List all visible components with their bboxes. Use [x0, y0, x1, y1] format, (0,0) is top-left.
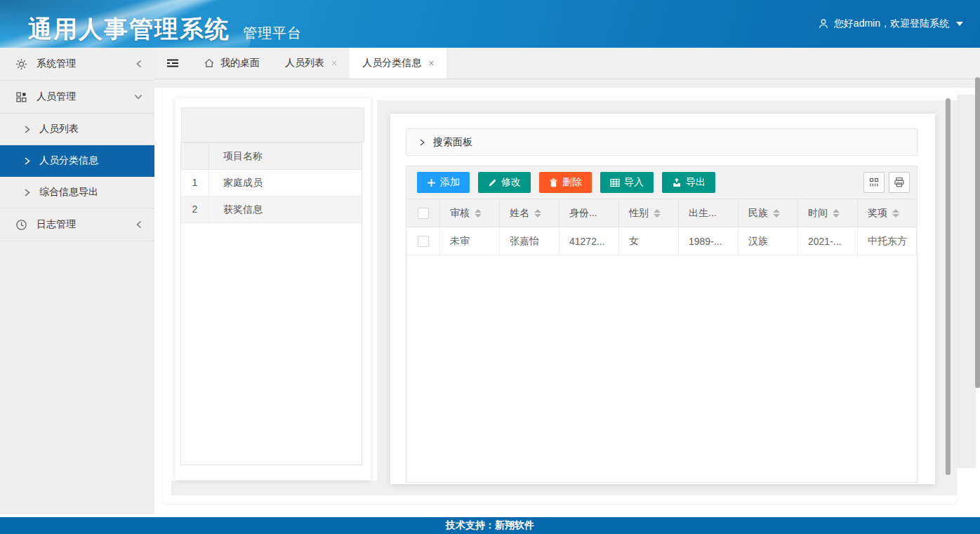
app-subtitle: 管理平台 — [243, 25, 302, 41]
column-header-award[interactable]: 奖项 — [858, 199, 917, 227]
row-checkbox[interactable] — [418, 236, 429, 247]
search-panel-toggle[interactable]: 搜索面板 — [406, 128, 918, 156]
data-table: 添加 修改 删除 — [406, 166, 918, 483]
delete-button-label: 删除 — [562, 176, 582, 189]
column-header-gender[interactable]: 性别 — [619, 199, 679, 227]
column-header-time[interactable]: 时间 — [798, 199, 858, 227]
tree-header-index-cell — [181, 143, 209, 169]
tab-my-desktop[interactable]: 我的桌面 — [191, 48, 272, 79]
sidebar-item-comprehensive-info-export[interactable]: 综合信息导出 — [0, 177, 154, 208]
sidebar-collapse-toggle[interactable] — [154, 48, 191, 79]
category-tree-card: 项目名称 1 家庭成员 2 获奖信息 — [176, 98, 371, 480]
column-header-id[interactable]: 身份... — [559, 199, 619, 227]
arrow-right-icon — [23, 188, 31, 197]
column-header-audit[interactable]: 审核 — [440, 199, 500, 227]
tabbar-lower-strip — [154, 79, 980, 88]
gear-icon — [15, 58, 27, 70]
table-header-row: 审核 姓名 身份... 性别 出生... 民族 时间 奖项 — [406, 199, 917, 227]
plus-icon — [427, 178, 436, 187]
edit-button[interactable]: 修改 — [478, 172, 531, 193]
user-menu[interactable]: 您好admin，欢迎登陆系统 — [818, 0, 963, 48]
cell-gender: 女 — [619, 227, 679, 255]
tree-header-name-cell: 项目名称 — [209, 143, 362, 169]
delete-button[interactable]: 删除 — [539, 172, 592, 193]
sort-icon — [833, 209, 840, 218]
close-icon[interactable]: × — [428, 58, 434, 68]
app-window: 通用人事管理系统 管理平台 您好admin，欢迎登陆系统 系统管理 人员管 — [0, 0, 980, 534]
cell-time: 2021-... — [798, 227, 858, 255]
add-button[interactable]: 添加 — [417, 172, 470, 193]
sidebar-subitem-label: 人员分类信息 — [39, 154, 98, 167]
column-label: 审核 — [450, 207, 470, 220]
chevron-down-icon — [133, 93, 143, 101]
chevron-left-icon — [135, 59, 143, 69]
cell-award: 中托东方 — [858, 227, 917, 255]
page-scrollbar-thumb[interactable] — [975, 77, 980, 388]
import-button[interactable]: 导入 — [600, 172, 654, 193]
tab-label: 人员分类信息 — [362, 57, 421, 69]
sidebar-item-label: 系统管理 — [37, 58, 126, 70]
chevron-down-icon — [956, 22, 963, 26]
toolbar-right-icons — [863, 172, 910, 193]
tree-row[interactable]: 1 家庭成员 — [181, 170, 362, 196]
columns-filter-button[interactable] — [863, 172, 885, 193]
import-button-label: 导入 — [624, 176, 644, 189]
tree-row-name: 获奖信息 — [209, 196, 362, 222]
sidebar-subitem-label: 综合信息导出 — [39, 186, 98, 199]
column-label: 身份... — [569, 207, 597, 220]
sidebar-item-label: 人员管理 — [37, 91, 124, 103]
clock-icon — [15, 219, 27, 231]
column-label: 出生... — [689, 207, 717, 220]
cell-name: 张嘉怡 — [500, 227, 559, 255]
sidebar-item-personnel-management[interactable]: 人员管理 — [0, 81, 154, 114]
home-icon — [204, 58, 215, 69]
export-button[interactable]: 导出 — [662, 172, 715, 193]
edit-button-label: 修改 — [501, 176, 521, 189]
app-title: 通用人事管理系统 — [28, 17, 230, 41]
cell-ethnicity: 汉族 — [739, 227, 798, 255]
column-label: 奖项 — [868, 207, 887, 220]
sidebar-item-log-management[interactable]: 日志管理 — [0, 208, 154, 241]
close-icon[interactable]: × — [331, 58, 337, 68]
tab-personnel-category-info[interactable]: 人员分类信息 × — [350, 48, 446, 79]
footer-text: 技术支持：新翔软件 — [446, 519, 534, 532]
tab-label: 人员列表 — [285, 57, 324, 69]
brand: 通用人事管理系统 管理平台 — [28, 0, 302, 48]
search-panel-label: 搜索面板 — [433, 136, 472, 149]
user-greeting: 您好admin，欢迎登陆系统 — [834, 18, 949, 30]
column-header-birth[interactable]: 出生... — [679, 199, 739, 227]
category-tree-table: 项目名称 1 家庭成员 2 获奖信息 — [180, 142, 362, 465]
select-all-checkbox[interactable] — [418, 208, 429, 219]
sort-icon — [654, 209, 661, 218]
pencil-icon — [488, 178, 497, 187]
tree-row[interactable]: 2 获奖信息 — [181, 196, 362, 223]
sidebar-item-personnel-category-info[interactable]: 人员分类信息 — [0, 145, 154, 177]
printer-icon — [894, 177, 905, 188]
sidebar-item-system-management[interactable]: 系统管理 — [0, 48, 154, 81]
scrollbar-track — [957, 95, 976, 468]
table-row[interactable]: 未审 张嘉怡 41272... 女 1989-... 汉族 2021-... 中… — [406, 227, 917, 255]
arrow-right-icon — [23, 156, 31, 166]
export-button-label: 导出 — [686, 176, 706, 189]
arrow-right-icon — [23, 125, 31, 134]
sidebar-subitem-label: 人员列表 — [39, 123, 79, 135]
modules-icon — [15, 91, 27, 103]
cell-birth: 1989-... — [679, 227, 739, 255]
sort-icon — [773, 209, 780, 218]
tab-bar: 我的桌面 人员列表 × 人员分类信息 × — [154, 48, 980, 79]
sort-icon — [534, 209, 541, 218]
export-icon — [672, 178, 682, 187]
tree-row-index: 1 — [181, 170, 209, 196]
tab-personnel-list[interactable]: 人员列表 × — [272, 48, 350, 79]
tree-row-index: 2 — [181, 196, 209, 222]
user-icon — [818, 18, 829, 29]
column-header-name[interactable]: 姓名 — [500, 199, 559, 227]
inner-scrollbar-thumb[interactable] — [946, 98, 951, 475]
tree-row-name: 家庭成员 — [209, 170, 362, 196]
print-button[interactable] — [889, 172, 910, 193]
table-grid-icon — [610, 178, 620, 187]
column-header-ethnicity[interactable]: 民族 — [739, 199, 798, 227]
tree-toolbar-placeholder — [181, 107, 364, 142]
chevron-right-icon — [418, 138, 426, 147]
sidebar-item-personnel-list[interactable]: 人员列表 — [0, 114, 154, 145]
